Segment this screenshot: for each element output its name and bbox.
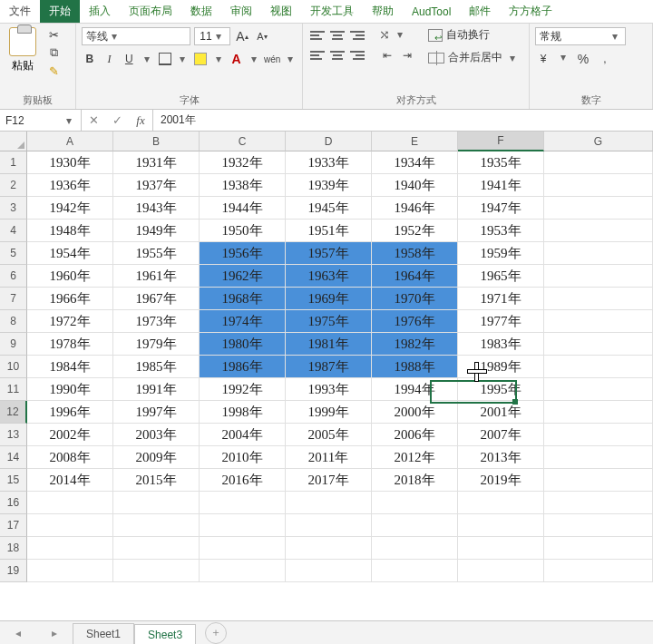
cell[interactable]: [544, 151, 653, 174]
tab-文件[interactable]: 文件: [0, 0, 40, 23]
cell[interactable]: 2019年: [458, 469, 544, 492]
row-header-11[interactable]: 11: [0, 378, 27, 401]
row-header-6[interactable]: 6: [0, 265, 27, 288]
cell[interactable]: 1970年: [372, 288, 458, 310]
indent-increase-icon[interactable]: ⇥: [399, 47, 415, 63]
enter-icon[interactable]: ✓: [105, 113, 129, 127]
tab-页面布局[interactable]: 页面布局: [120, 0, 181, 23]
cell[interactable]: 1966年: [27, 288, 113, 310]
align-bottom-icon[interactable]: [348, 27, 366, 44]
cell[interactable]: 1931年: [113, 151, 200, 174]
col-header-E[interactable]: E: [372, 132, 458, 151]
copy-icon[interactable]: ⧉: [45, 45, 62, 60]
cell[interactable]: 1982年: [372, 333, 458, 356]
paste-button[interactable]: 粘贴: [5, 27, 40, 73]
cell[interactable]: [372, 560, 458, 582]
cell[interactable]: 1986年: [200, 356, 286, 378]
cell[interactable]: 1953年: [458, 220, 544, 242]
cell[interactable]: [458, 492, 544, 514]
cell[interactable]: 1967年: [113, 288, 200, 310]
row-header-12[interactable]: 12: [0, 401, 27, 424]
cell[interactable]: 1980年: [200, 333, 286, 356]
cell[interactable]: 2015年: [113, 469, 200, 492]
cell[interactable]: 1973年: [113, 310, 200, 333]
cell[interactable]: 1948年: [27, 220, 113, 242]
cut-icon[interactable]: ✂: [45, 27, 62, 42]
sheet-tab-Sheet3[interactable]: Sheet3: [134, 624, 196, 645]
row-header-2[interactable]: 2: [0, 174, 27, 197]
cell[interactable]: [544, 378, 653, 401]
row-header-8[interactable]: 8: [0, 310, 27, 333]
cell[interactable]: 1989年: [458, 356, 544, 378]
cell[interactable]: 2011年: [286, 446, 372, 469]
align-center-icon[interactable]: [328, 47, 346, 63]
cell[interactable]: [458, 537, 544, 560]
tab-邮件[interactable]: 邮件: [460, 0, 500, 23]
cell[interactable]: 1944年: [200, 197, 286, 220]
cell[interactable]: 1942年: [27, 197, 113, 220]
cell[interactable]: [544, 197, 653, 220]
cell[interactable]: [544, 537, 653, 560]
add-sheet-button[interactable]: ＋: [205, 622, 227, 644]
tab-开发工具[interactable]: 开发工具: [301, 0, 363, 23]
cell[interactable]: 2001年: [458, 401, 544, 424]
cell[interactable]: [372, 514, 458, 537]
cell[interactable]: 1999年: [286, 401, 372, 424]
cell[interactable]: 1943年: [113, 197, 200, 220]
cell[interactable]: 2004年: [200, 424, 286, 446]
cell[interactable]: [113, 492, 200, 514]
cell[interactable]: 1930年: [27, 151, 113, 174]
cell[interactable]: 1971年: [458, 288, 544, 310]
cell[interactable]: 1972年: [27, 310, 113, 333]
cell[interactable]: [286, 492, 372, 514]
cell[interactable]: 1941年: [458, 174, 544, 197]
cell[interactable]: [286, 537, 372, 560]
align-right-icon[interactable]: [348, 47, 366, 63]
cell[interactable]: 1955年: [113, 242, 200, 265]
cell[interactable]: 1954年: [27, 242, 113, 265]
cell[interactable]: 2008年: [27, 446, 113, 469]
cell[interactable]: 1934年: [372, 151, 458, 174]
align-top-icon[interactable]: [308, 27, 326, 44]
col-header-G[interactable]: G: [544, 132, 653, 151]
cell[interactable]: 1981年: [286, 333, 372, 356]
cell[interactable]: 2010年: [200, 446, 286, 469]
cell[interactable]: 1994年: [372, 378, 458, 401]
align-left-icon[interactable]: [308, 47, 326, 63]
row-header-9[interactable]: 9: [0, 333, 27, 356]
cell[interactable]: 1958年: [372, 242, 458, 265]
cell[interactable]: 1946年: [372, 197, 458, 220]
cell[interactable]: 2003年: [113, 424, 200, 446]
cell[interactable]: 1940年: [372, 174, 458, 197]
cell[interactable]: [544, 446, 653, 469]
tab-nav-first-icon[interactable]: ◂: [15, 627, 21, 639]
row-header-15[interactable]: 15: [0, 469, 27, 492]
name-box[interactable]: F12▾: [0, 110, 82, 131]
cell[interactable]: 1962年: [200, 265, 286, 288]
select-all-corner[interactable]: [0, 132, 27, 151]
cell[interactable]: 1960年: [27, 265, 113, 288]
cell[interactable]: 1975年: [286, 310, 372, 333]
cell[interactable]: 1937年: [113, 174, 200, 197]
cell[interactable]: 2018年: [372, 469, 458, 492]
cell[interactable]: [113, 514, 200, 537]
cell[interactable]: 1949年: [113, 220, 200, 242]
worksheet[interactable]: ABCDEFG 12345678910111213141516171819 19…: [0, 132, 653, 620]
tab-审阅[interactable]: 审阅: [221, 0, 261, 23]
tab-nav-last-icon[interactable]: ▸: [52, 627, 57, 639]
cell[interactable]: 1947年: [458, 197, 544, 220]
fill-color-button[interactable]: [192, 51, 209, 67]
tab-插入[interactable]: 插入: [80, 0, 120, 23]
cell[interactable]: 1950年: [200, 220, 286, 242]
cell[interactable]: [200, 537, 286, 560]
cell[interactable]: 2002年: [27, 424, 113, 446]
cell[interactable]: 1976年: [372, 310, 458, 333]
cell[interactable]: [544, 492, 653, 514]
cell[interactable]: 1938年: [200, 174, 286, 197]
cell[interactable]: [200, 492, 286, 514]
cell[interactable]: 1974年: [200, 310, 286, 333]
row-header-4[interactable]: 4: [0, 220, 27, 242]
cell[interactable]: [544, 265, 653, 288]
cell[interactable]: [27, 514, 113, 537]
underline-dropdown[interactable]: ▾: [141, 53, 153, 65]
